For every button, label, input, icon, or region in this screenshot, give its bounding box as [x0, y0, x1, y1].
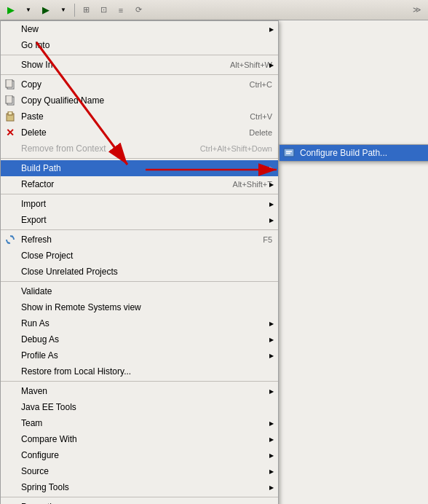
refresh-shortcut: F5 — [248, 235, 272, 244]
menu-item-spring-tools[interactable]: Spring Tools — [1, 479, 278, 495]
close-unrelated-label: Close Unrelated Projects — [21, 267, 118, 277]
separator-5 — [1, 229, 278, 230]
debug-button[interactable]: ▶ — [38, 2, 54, 18]
main-area: New Go Into Show In Alt+Shift+W Copy Ctr… — [0, 20, 428, 504]
menu-item-team[interactable]: Team — [1, 415, 278, 431]
build-path-label: Build Path — [21, 163, 61, 173]
separator-3 — [1, 158, 278, 159]
remove-context-shortcut: Ctrl+Alt+Shift+Down — [186, 144, 272, 153]
menu-item-run-as[interactable]: Run As — [1, 315, 278, 331]
refresh-icon — [4, 233, 17, 246]
menu-item-profile-as[interactable]: Profile As — [1, 347, 278, 363]
source-label: Source — [21, 466, 49, 476]
menu-item-configure-build-path[interactable]: Configure Build Path... — [280, 145, 428, 161]
run-button[interactable]: ▶ — [3, 2, 19, 18]
toolbar-extra[interactable]: ≫ — [409, 2, 425, 18]
restore-history-label: Restore from Local History... — [21, 366, 131, 377]
go-into-label: Go Into — [21, 40, 49, 50]
menu-item-show-remote[interactable]: Show in Remote Systems view — [1, 299, 278, 315]
maven-label: Maven — [21, 386, 47, 396]
profile-as-label: Profile As — [21, 350, 58, 361]
toolbar-btn-4[interactable]: ⟳ — [130, 2, 146, 18]
menu-item-java-ee[interactable]: Java EE Tools — [1, 399, 278, 415]
validate-label: Validate — [21, 286, 52, 296]
java-ee-label: Java EE Tools — [21, 402, 76, 412]
menu-item-new[interactable]: New — [1, 21, 278, 37]
context-menu: New Go Into Show In Alt+Shift+W Copy Ctr… — [0, 20, 279, 504]
menu-item-source[interactable]: Source — [1, 463, 278, 479]
export-label: Export — [21, 215, 47, 225]
run-dropdown[interactable]: ▼ — [20, 2, 36, 18]
paste-label: Paste — [21, 111, 44, 122]
separator-2 — [1, 74, 278, 75]
menu-item-close-project[interactable]: Close Project — [1, 248, 278, 264]
menu-item-show-in[interactable]: Show In Alt+Shift+W — [1, 57, 278, 73]
spring-tools-label: Spring Tools — [21, 482, 69, 492]
configure-build-path-icon — [282, 146, 296, 160]
import-label: Import — [21, 199, 46, 209]
refactor-label: Refactor — [21, 179, 54, 189]
toolbar: ▶ ▼ ▶ ▼ ⊞ ⊡ ≡ ⟳ ≫ — [0, 0, 428, 20]
toolbar-btn-3[interactable]: ≡ — [113, 2, 129, 18]
menu-item-copy-qualified[interactable]: Copy Qualified Name — [1, 92, 278, 109]
separator-4 — [1, 194, 278, 194]
menu-item-delete[interactable]: ✕ Delete Delete — [1, 125, 278, 141]
configure-build-path-label: Configure Build Path... — [300, 148, 387, 158]
toolbar-btn-1[interactable]: ⊞ — [78, 2, 94, 18]
debug-as-label: Debug As — [21, 334, 59, 344]
close-project-label: Close Project — [21, 251, 73, 261]
refactor-shortcut: Alt+Shift+T — [218, 180, 272, 189]
delete-icon: ✕ — [4, 126, 17, 139]
separator-7 — [1, 381, 278, 382]
show-in-label: Show In — [21, 60, 52, 70]
menu-item-configure[interactable]: Configure — [1, 447, 278, 463]
refresh-label: Refresh — [21, 235, 52, 245]
menu-item-export[interactable]: Export — [1, 212, 278, 228]
svg-rect-10 — [285, 149, 293, 156]
menu-item-copy[interactable]: Copy Ctrl+C — [1, 76, 278, 92]
team-label: Team — [21, 418, 42, 428]
svg-rect-6 — [9, 112, 12, 114]
configure-label: Configure — [21, 450, 59, 460]
menu-item-properties[interactable]: Properties Alt+Enter — [1, 499, 278, 504]
new-label: New — [21, 24, 39, 34]
menu-item-debug-as[interactable]: Debug As — [1, 331, 278, 347]
compare-with-label: Compare With — [21, 434, 77, 444]
menu-item-refactor[interactable]: Refactor Alt+Shift+T — [1, 176, 278, 192]
menu-item-refresh[interactable]: Refresh F5 — [1, 232, 278, 248]
copy-shortcut: Ctrl+C — [235, 80, 272, 89]
menu-item-restore-history[interactable]: Restore from Local History... — [1, 363, 278, 379]
copy-label: Copy — [21, 79, 41, 90]
toolbar-btn-2[interactable]: ⊡ — [95, 2, 111, 18]
separator-8 — [1, 497, 278, 497]
separator-6 — [1, 281, 278, 282]
run-as-label: Run As — [21, 318, 49, 328]
copy-icon — [4, 78, 17, 91]
svg-rect-1 — [6, 79, 12, 87]
menu-item-maven[interactable]: Maven — [1, 383, 278, 399]
copy-qualified-icon — [4, 94, 17, 107]
delete-label: Delete — [21, 127, 47, 138]
separator-1 — [1, 55, 278, 55]
menu-item-go-into[interactable]: Go Into — [1, 37, 278, 53]
remove-context-label: Remove from Context — [21, 143, 106, 154]
debug-dropdown[interactable]: ▼ — [55, 2, 71, 18]
menu-item-close-unrelated[interactable]: Close Unrelated Projects — [1, 264, 278, 280]
menu-item-import[interactable]: Import — [1, 196, 278, 212]
show-remote-label: Show in Remote Systems view — [21, 302, 141, 312]
show-in-shortcut: Alt+Shift+W — [215, 60, 272, 69]
paste-icon — [4, 110, 17, 123]
menu-item-validate[interactable]: Validate — [1, 283, 278, 299]
menu-item-paste[interactable]: Paste Ctrl+V — [1, 109, 278, 125]
delete-shortcut: Delete — [234, 128, 272, 137]
build-path-submenu: Configure Build Path... — [279, 144, 428, 162]
menu-item-compare-with[interactable]: Compare With — [1, 431, 278, 447]
paste-shortcut: Ctrl+V — [235, 112, 272, 121]
menu-item-remove-context[interactable]: Remove from Context Ctrl+Alt+Shift+Down — [1, 141, 278, 157]
copy-qualified-label: Copy Qualified Name — [21, 95, 104, 106]
svg-rect-3 — [6, 95, 12, 103]
menu-item-build-path[interactable]: Build Path — [1, 160, 278, 176]
